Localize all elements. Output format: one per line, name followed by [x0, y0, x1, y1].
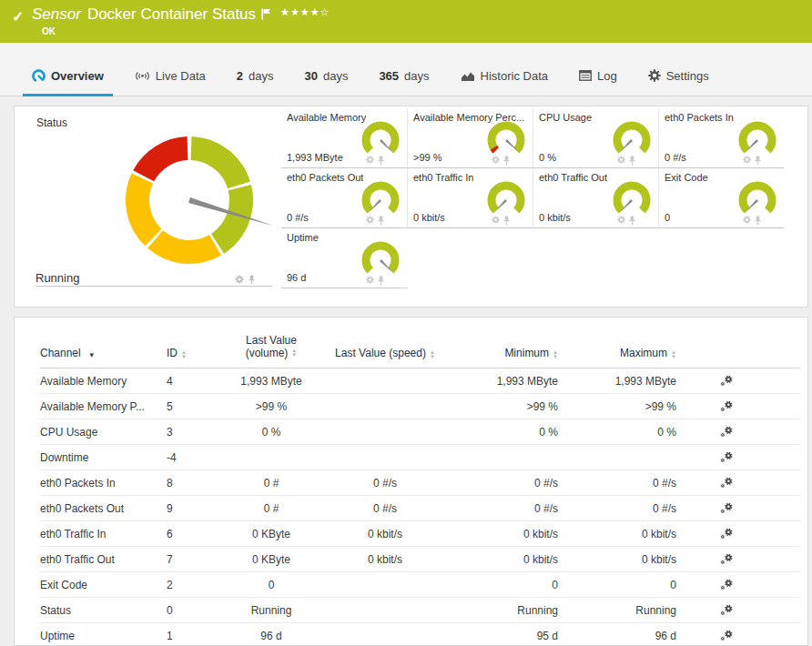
tab-historic-data[interactable]: Historic Data: [452, 56, 557, 96]
pin-icon[interactable]: [628, 156, 636, 166]
cell-channel: Available Memory: [40, 375, 167, 388]
gauge-value: >99 %: [413, 152, 442, 163]
cell-maximum: 0: [567, 579, 685, 591]
tab-live-data[interactable]: Live Data: [126, 56, 215, 96]
column-header-channel[interactable]: Channel▼: [40, 347, 167, 359]
edit-channel-icon[interactable]: [685, 578, 767, 591]
edit-channel-icon[interactable]: [685, 374, 767, 388]
gauge-cell: eth0 Packets In0 #/s: [658, 108, 784, 168]
gauge-cell: CPU Usage0 %: [533, 108, 658, 168]
channels-table-panel: Channel▼ ID ▲▼ Last Value(volume)▲▼ Last…: [14, 317, 808, 646]
gear-icon[interactable]: [743, 156, 751, 166]
gauge-cell: Available Memory Perc...>99 %: [407, 108, 533, 168]
cell-minimum: 1,993 MByte: [458, 375, 567, 388]
edit-channel-icon[interactable]: [685, 629, 767, 642]
gauge-cell: eth0 Traffic In0 kbit/s: [407, 168, 533, 228]
tab-label: days: [323, 69, 348, 83]
gear-icon[interactable]: [492, 216, 500, 226]
edit-channel-icon[interactable]: [685, 399, 767, 413]
gear-icon[interactable]: [743, 216, 751, 226]
column-header-id[interactable]: ID ▲▼: [167, 347, 230, 359]
gauge-cell: Uptime96 d: [281, 228, 407, 288]
tab-settings[interactable]: Settings: [639, 56, 718, 96]
gear-icon[interactable]: [366, 276, 374, 286]
tab-2-days[interactable]: 2 days: [228, 56, 283, 96]
cell-maximum: 0 kbit/s: [567, 528, 685, 540]
cell-id: 7: [167, 553, 230, 566]
cell-minimum: 0 kbit/s: [458, 528, 567, 540]
log-icon: [579, 70, 592, 81]
cell-minimum: 0: [458, 579, 567, 591]
cell-maximum: >99 %: [567, 400, 685, 413]
cell-minimum: 0 %: [458, 426, 567, 439]
column-header-minimum[interactable]: Minimum ▲▼: [458, 347, 567, 359]
cell-channel: eth0 Packets In: [40, 477, 167, 490]
cell-last-value-volume: >99 %: [230, 400, 312, 413]
column-header-last-value-speed[interactable]: Last Value (speed) ▲▼: [312, 347, 458, 359]
tab-label: days: [404, 69, 429, 83]
divider: [36, 286, 272, 287]
column-header-maximum[interactable]: Maximum ▲▼: [567, 347, 685, 359]
cell-last-value-speed: 0 kbit/s: [312, 528, 458, 540]
status-check-icon: ✓: [12, 8, 24, 25]
main-gauge-title: Status: [36, 116, 67, 129]
status-overview-panel: Status Running Available Memory1,993 MBy…: [14, 106, 808, 308]
tab-overview[interactable]: Overview: [23, 56, 113, 96]
column-header-last-value-volume[interactable]: Last Value(volume)▲▼: [230, 334, 312, 359]
edit-channel-icon[interactable]: [685, 552, 767, 566]
cell-minimum: 95 d: [458, 630, 567, 642]
cell-id: -4: [167, 451, 230, 464]
table-row: Downtime-4: [40, 445, 800, 470]
gear-icon[interactable]: [366, 216, 374, 226]
pin-icon[interactable]: [377, 156, 385, 166]
pin-icon[interactable]: [502, 156, 511, 166]
table-row: eth0 Traffic Out70 KByte0 kbit/s0 kbit/s…: [40, 547, 800, 572]
gauge-icon: [32, 69, 46, 83]
cell-minimum: Running: [458, 604, 567, 617]
pin-icon[interactable]: [628, 216, 636, 226]
gauge-value: 96 d: [287, 272, 306, 283]
cell-last-value-volume: 0 #: [230, 502, 312, 515]
cell-channel: Exit Code: [40, 579, 167, 591]
tab-label: Live Data: [156, 69, 206, 83]
sort-icon: ▲▼: [553, 350, 558, 359]
edit-channel-icon[interactable]: [685, 476, 767, 490]
sensor-header: ✓ Sensor Docker Container Status ★★★★☆ O…: [0, 0, 812, 43]
edit-channel-icon[interactable]: [685, 425, 767, 439]
gear-icon[interactable]: [366, 156, 374, 166]
gear-icon[interactable]: [235, 275, 244, 285]
edit-channel-icon[interactable]: [685, 603, 767, 617]
cell-channel: CPU Usage: [40, 426, 167, 439]
tab-30-days[interactable]: 30 days: [295, 56, 357, 96]
cell-id: 8: [167, 477, 230, 490]
edit-channel-icon[interactable]: [685, 527, 767, 540]
gear-icon[interactable]: [492, 156, 500, 166]
gear-icon[interactable]: [617, 216, 625, 226]
tab-label: Settings: [666, 69, 709, 83]
pin-icon[interactable]: [754, 156, 762, 166]
tab-log[interactable]: Log: [570, 56, 626, 96]
cell-maximum: 0 kbit/s: [567, 553, 685, 566]
gauge-cell: Available Memory1,993 MByte: [281, 108, 407, 168]
priority-stars[interactable]: ★★★★☆: [280, 6, 330, 18]
cell-last-value-volume: 96 d: [230, 630, 312, 642]
table-row: Available Memory P...5>99 %>99 %>99 %: [40, 394, 800, 419]
cell-id: 4: [167, 375, 230, 388]
edit-channel-icon[interactable]: [685, 450, 767, 464]
historic-data-icon: [461, 70, 475, 82]
pin-icon[interactable]: [754, 216, 762, 226]
edit-channel-icon[interactable]: [685, 501, 767, 515]
pin-icon[interactable]: [377, 276, 385, 286]
cell-channel: eth0 Traffic Out: [40, 553, 167, 566]
gauge-label: eth0 Packets In: [665, 112, 734, 123]
pin-icon[interactable]: [377, 216, 385, 226]
gear-icon[interactable]: [617, 156, 625, 166]
sort-icon: ▲▼: [430, 350, 435, 359]
sort-icon: ▲▼: [291, 348, 297, 358]
flag-icon[interactable]: [261, 7, 271, 24]
cell-id: 6: [167, 528, 230, 540]
pin-icon[interactable]: [248, 275, 256, 285]
pin-icon[interactable]: [502, 216, 511, 226]
tab-365-days[interactable]: 365 days: [370, 56, 438, 96]
table-row: Uptime196 d95 d96 d: [40, 623, 800, 646]
